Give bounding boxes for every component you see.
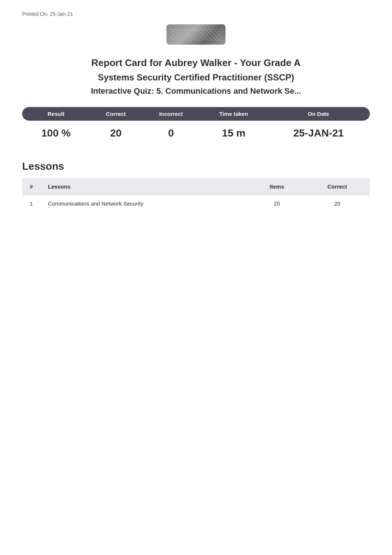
logo-image <box>166 24 226 45</box>
printed-on-label: Printed On: 25-Jan-21 <box>22 11 370 17</box>
report-title: Report Card for Aubrey Walker - Your Gra… <box>22 57 370 69</box>
summary-data-row: 100 % 20 0 15 m 25-JAN-21 <box>22 121 370 146</box>
lessons-col-number: # <box>22 178 41 195</box>
summary-header-row: Result Correct Incorrect Time taken On D… <box>22 107 370 121</box>
logo-area <box>22 24 370 46</box>
lessons-row: 1Communications and Network Security2020 <box>22 195 370 212</box>
lessons-header-row: # Lessons Items Correct <box>22 178 370 195</box>
report-subtitle: Systems Security Certified Practitioner … <box>22 72 370 83</box>
lesson-items: 20 <box>249 195 305 212</box>
summary-header-correct: Correct <box>90 107 142 121</box>
summary-header-on-date: On Date <box>267 107 370 121</box>
summary-correct-value: 20 <box>90 121 142 146</box>
summary-table: Result Correct Incorrect Time taken On D… <box>22 107 370 146</box>
lesson-name: Communications and Network Security <box>41 195 249 212</box>
summary-result-value: 100 % <box>22 121 90 146</box>
lessons-table: # Lessons Items Correct 1Communications … <box>22 178 370 212</box>
summary-incorrect-value: 0 <box>142 121 200 146</box>
lesson-correct: 20 <box>305 195 370 212</box>
report-quiz: Interactive Quiz: 5. Communications and … <box>22 86 370 96</box>
lessons-col-lessons: Lessons <box>41 178 249 195</box>
summary-header-incorrect: Incorrect <box>142 107 200 121</box>
summary-header-result: Result <box>22 107 90 121</box>
lessons-col-items: Items <box>249 178 305 195</box>
lessons-col-correct: Correct <box>305 178 370 195</box>
lessons-heading: Lessons <box>22 161 370 172</box>
lesson-number: 1 <box>22 195 41 212</box>
summary-time-value: 15 m <box>200 121 267 146</box>
summary-header-time-taken: Time taken <box>200 107 267 121</box>
summary-date-value: 25-JAN-21 <box>267 121 370 146</box>
